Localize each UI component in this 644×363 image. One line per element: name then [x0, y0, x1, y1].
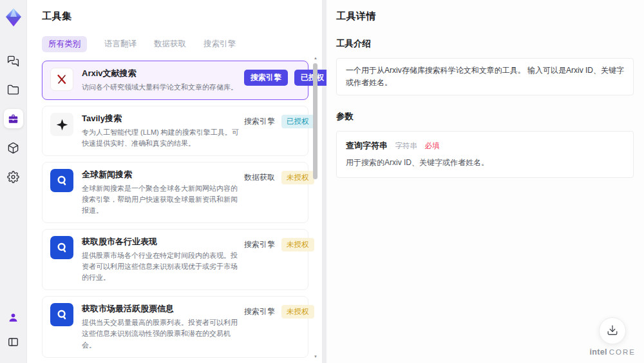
tool-card[interactable]: 获取股市各行业表现 提供股票市场各个行业在特定时间段内的表现。投资者可以利用这些…	[42, 229, 308, 290]
blue-tool-icon	[50, 303, 73, 326]
intel-core-logo: intel core	[590, 348, 636, 357]
scrollbar-thumb[interactable]	[313, 63, 317, 179]
brand-intel: intel	[590, 348, 607, 357]
toolbox-icon	[7, 113, 19, 125]
panel-divider	[322, 0, 327, 363]
avatar-icon	[7, 311, 19, 324]
brand-core: core	[609, 348, 636, 356]
scrollbar[interactable]: ▲ ▼	[312, 55, 319, 359]
tab-category-0[interactable]: 所有类别	[42, 36, 87, 52]
tool-card[interactable]: Tavily搜索 专为人工智能代理 (LLM) 构建的搜索引擎工具。可快速提供实…	[42, 106, 308, 156]
tool-category-badge: 搜索引擎	[244, 115, 275, 128]
download-button[interactable]	[599, 317, 626, 344]
sidebar-item-panel-toggle[interactable]	[4, 332, 23, 351]
detail-title: 工具详情	[336, 10, 634, 23]
tool-meta: 搜索引擎 已授权	[244, 113, 314, 128]
tool-description: 提供股票市场各个行业在特定时间段内的表现。投资者可以利用这些信息来识别表现优于或…	[82, 250, 244, 283]
scroll-down-icon[interactable]: ▼	[312, 354, 319, 359]
tool-status-badge: 已授权	[281, 115, 314, 128]
tool-text: 获取市场最活跃股票信息 提供当天交易量最高的股票列表。投资者可以利用这些信息来识…	[82, 303, 244, 350]
scroll-up-icon[interactable]: ▲	[312, 55, 319, 61]
tool-name: Arxiv文献搜索	[82, 68, 244, 79]
bottom-right-corner: intel core	[590, 317, 636, 357]
param-list: 查询字符串 字符串 必填 用于搜索的Arxiv ID、关键字或作者姓名。	[336, 131, 634, 178]
tool-meta: 数据获取 未授权	[244, 169, 314, 184]
panel-toggle-icon	[7, 336, 19, 348]
tab-category-3[interactable]: 搜索引擎	[204, 36, 236, 52]
tool-category-badge: 搜索引擎	[244, 238, 275, 251]
tool-name: 获取股市各行业表现	[82, 236, 244, 248]
tool-card[interactable]: Arxiv文献搜索 访问各个研究领域大量科学论文和文章的存储库。 搜索引擎 已授…	[42, 61, 308, 100]
sidebar-nav	[4, 51, 23, 196]
tool-category-badge: 搜索引擎	[244, 305, 275, 319]
tool-meta: 搜索引擎 未授权	[244, 303, 314, 319]
tool-name: Tavily搜索	[82, 113, 244, 124]
tool-text: Tavily搜索 专为人工智能代理 (LLM) 构建的搜索引擎工具。可快速提供实…	[82, 113, 244, 149]
tool-card[interactable]: 全球新闻搜索 全球新闻搜索是一个聚合全球各大新闻网站内容的搜索引擎，帮助用户快速…	[42, 162, 308, 223]
intro-heading: 工具介绍	[336, 38, 634, 50]
sidebar-item-chat[interactable]	[4, 51, 23, 70]
params-heading: 参数	[336, 111, 634, 123]
gear-icon	[7, 171, 19, 183]
tavily-tool-icon	[50, 113, 73, 136]
download-icon	[607, 324, 618, 338]
blue-tool-icon	[50, 236, 73, 259]
sidebar-item-gear[interactable]	[4, 167, 23, 186]
tool-description: 提供当天交易量最高的股票列表。投资者可以利用这些信息来识别流动性强的股票和潜在的…	[82, 317, 244, 350]
tool-text: 获取股市各行业表现 提供股票市场各个行业在特定时间段内的表现。投资者可以利用这些…	[82, 236, 244, 283]
tool-text: 全球新闻搜索 全球新闻搜索是一个聚合全球各大新闻网站内容的搜索引擎，帮助用户快速…	[82, 169, 244, 216]
sidebar-bottom	[4, 308, 23, 357]
sidebar-item-cube[interactable]	[4, 138, 23, 157]
sidebar-item-folder[interactable]	[4, 80, 23, 99]
tool-list: Arxiv文献搜索 访问各个研究领域大量科学论文和文章的存储库。 搜索引擎 已授…	[42, 61, 308, 363]
sidebar-item-avatar[interactable]	[4, 308, 23, 327]
parameter-description: 用于搜索的Arxiv ID、关键字或作者姓名。	[346, 157, 624, 168]
app-logo-icon[interactable]	[5, 7, 23, 28]
parameter-head: 查询字符串 字符串 必填	[346, 139, 624, 152]
chat-icon	[7, 55, 19, 67]
toolbox-panel: 工具集 所有类别语言翻译数据获取搜索引擎 Arxiv文献搜索 访问各个研究领域大…	[27, 0, 322, 363]
tab-category-2[interactable]: 数据获取	[154, 36, 186, 52]
tool-status-badge: 未授权	[281, 171, 314, 184]
tool-status-badge: 未授权	[281, 305, 314, 319]
intro-text: 一个用于从Arxiv存储库搜索科学论文和文章的工具。 输入可以是Arxiv ID…	[336, 58, 634, 95]
tool-detail-panel: 工具详情 工具介绍 一个用于从Arxiv存储库搜索科学论文和文章的工具。 输入可…	[327, 0, 644, 363]
parameter-card: 查询字符串 字符串 必填 用于搜索的Arxiv ID、关键字或作者姓名。	[336, 131, 634, 178]
tool-description: 专为人工智能代理 (LLM) 构建的搜索引擎工具。可快速提供实时、准确和真实的结…	[82, 127, 244, 149]
tool-category-badge: 搜索引擎	[244, 70, 288, 86]
tool-name: 全球新闻搜索	[82, 169, 244, 181]
tool-text: Arxiv文献搜索 访问各个研究领域大量科学论文和文章的存储库。	[82, 68, 244, 93]
tab-category-1[interactable]: 语言翻译	[104, 36, 137, 52]
page-title: 工具集	[42, 10, 322, 23]
cube-icon	[7, 142, 19, 154]
app-window: 工具集 所有类别语言翻译数据获取搜索引擎 Arxiv文献搜索 访问各个研究领域大…	[0, 0, 644, 363]
parameter-name: 查询字符串	[346, 141, 388, 150]
tool-meta: 搜索引擎 未授权	[244, 236, 314, 251]
parameter-type: 字符串	[395, 142, 417, 150]
blue-tool-icon	[50, 169, 73, 192]
category-tabs: 所有类别语言翻译数据获取搜索引擎	[42, 36, 322, 52]
parameter-required-flag: 必填	[424, 142, 439, 150]
arxiv-tool-icon	[50, 68, 73, 91]
sidebar-item-toolbox[interactable]	[4, 109, 23, 128]
tool-description: 全球新闻搜索是一个聚合全球各大新闻网站内容的搜索引擎，帮助用户快速获取全球最新资…	[82, 183, 244, 216]
tool-category-badge: 数据获取	[244, 171, 275, 184]
tool-card[interactable]: 获取市场最活跃股票信息 提供当天交易量最高的股票列表。投资者可以利用这些信息来识…	[42, 296, 308, 357]
sidebar	[0, 0, 27, 363]
tool-name: 获取市场最活跃股票信息	[82, 303, 244, 315]
folder-icon	[7, 84, 19, 96]
tool-description: 访问各个研究领域大量科学论文和文章的存储库。	[82, 82, 244, 93]
tool-status-badge: 未授权	[281, 238, 314, 251]
